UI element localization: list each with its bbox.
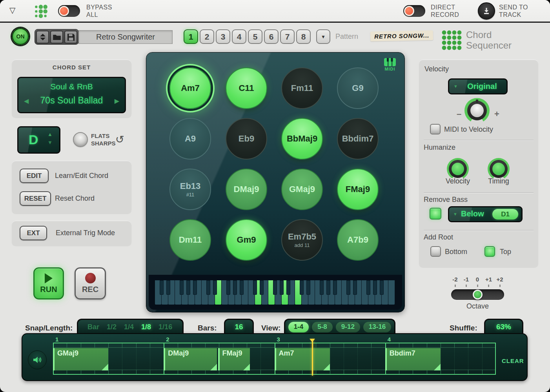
piano-key-black-26[interactable]	[333, 280, 337, 295]
remove-bass-note[interactable]: D1	[492, 209, 518, 220]
preset-prev-next-stepper[interactable]	[36, 31, 49, 44]
piano-key-black-10[interactable]	[226, 280, 230, 295]
pattern-button-5[interactable]: 5	[248, 29, 262, 44]
chord-pad-BbMaj9[interactable]: BbMaj9	[281, 118, 323, 160]
timeline-block-FMaj9[interactable]: FMaj9	[218, 348, 250, 370]
rec-button[interactable]: REC	[75, 267, 106, 299]
chord-pad-Dm11[interactable]: Dm11	[169, 219, 211, 261]
chord-pad-Bbdim7[interactable]: Bbdim7	[337, 118, 379, 160]
timeline-grid[interactable]: 1234GMaj9DMaj9FMaj9Am7Bbdim7	[53, 343, 496, 375]
remove-bass-checkbox[interactable]	[430, 208, 441, 220]
pattern-button-3[interactable]: 3	[216, 29, 230, 44]
run-button[interactable]: RUN	[33, 267, 64, 299]
save-preset-button[interactable]	[64, 31, 77, 44]
piano-key-black-14[interactable]	[253, 280, 257, 295]
chord-pad-Eb9[interactable]: Eb9	[226, 118, 267, 160]
add-root-top-checkbox[interactable]	[484, 246, 495, 257]
timeline-block-GMaj9[interactable]: GMaj9	[53, 348, 108, 370]
snap-option-1-4[interactable]: 1/4	[124, 323, 134, 331]
chord-pad-DMaj9[interactable]: DMaj9	[226, 169, 267, 210]
piano-key-black-28[interactable]	[346, 280, 350, 295]
piano-key-black-7[interactable]	[206, 280, 210, 295]
piano-key-black-32[interactable]	[373, 280, 377, 295]
snap-option-1-16[interactable]: 1/16	[158, 323, 172, 331]
load-preset-button[interactable]	[50, 31, 63, 44]
on-button[interactable]: ON	[12, 28, 29, 45]
pattern-button-2[interactable]: 2	[200, 29, 214, 44]
piano-key-black-29[interactable]	[353, 280, 357, 295]
piano-key-black-4[interactable]	[186, 280, 190, 295]
piano-key-black-12[interactable]	[240, 280, 244, 295]
chord-pad-Gm9[interactable]: Gm9	[226, 219, 267, 261]
piano-key-black-3[interactable]	[180, 280, 184, 295]
pattern-button-6[interactable]: 6	[264, 29, 279, 44]
piano-key-black-15[interactable]	[260, 280, 264, 295]
remove-bass-dropdown[interactable]: ▼ Below D1	[448, 206, 523, 222]
key-up-arrow[interactable]: ▲	[47, 131, 53, 137]
piano-key-black-22[interactable]	[306, 280, 310, 295]
menu-chevron-icon[interactable]: ▽	[9, 5, 15, 15]
piano-key-black-5[interactable]	[193, 280, 197, 295]
edit-chord-button[interactable]: EDIT	[20, 169, 49, 183]
timeline-block-DMaj9[interactable]: DMaj9	[164, 348, 217, 370]
playhead[interactable]	[312, 339, 313, 376]
piano-key-black-0[interactable]	[160, 280, 164, 295]
pattern-button-4[interactable]: 4	[232, 29, 246, 44]
pattern-button-7[interactable]: 7	[280, 29, 295, 44]
shuffle-value-tab[interactable]: 63%	[484, 319, 523, 334]
octave-slider-thumb[interactable]	[473, 290, 483, 299]
chord-pad-Eb13[interactable]: Eb13#11	[169, 169, 211, 210]
chord-set-prev-arrow[interactable]: ◀	[24, 97, 29, 105]
flats-sharps-button[interactable]	[73, 132, 88, 147]
audition-button[interactable]	[28, 350, 47, 369]
velocity-knob[interactable]	[464, 98, 490, 123]
view-option-1-4[interactable]: 1-4	[288, 322, 309, 332]
piano-key-black-25[interactable]	[326, 280, 330, 295]
piano-key-black-19[interactable]	[286, 280, 290, 295]
chord-pad-G9[interactable]: G9	[337, 67, 379, 109]
pattern-button-8[interactable]: 8	[296, 29, 311, 44]
snap-option-Bar[interactable]: Bar	[87, 323, 99, 331]
bars-value-tab[interactable]: 16	[224, 319, 254, 334]
velocity-mode-dropdown[interactable]: ▼ Original	[448, 78, 508, 94]
clear-button[interactable]: CLEAR	[502, 358, 524, 364]
chord-pad-Em7b5[interactable]: Em7b5add 11	[281, 219, 323, 261]
key-selector[interactable]: D ▲ ▼	[17, 126, 60, 154]
piano-key-black-24[interactable]	[320, 280, 324, 295]
chord-pad-Fm11[interactable]: Fm11	[281, 67, 323, 109]
piano-key-black-18[interactable]	[280, 280, 284, 295]
add-root-bottom-checkbox[interactable]	[430, 246, 441, 257]
chord-set-display[interactable]: Soul & RnB 70s Soul Ballad ◀ ▶	[17, 77, 126, 113]
pattern-name-tag[interactable]: RETRO SONGW...	[370, 30, 433, 41]
bypass-all-toggle[interactable]	[58, 5, 80, 17]
midi-to-velocity-checkbox[interactable]	[430, 124, 441, 134]
timeline-block-Am7[interactable]: Am7	[275, 348, 330, 370]
snap-option-1-8[interactable]: 1/8	[141, 323, 151, 331]
chord-pad-FMaj9[interactable]: FMaj9	[337, 169, 379, 210]
piano-key-black-1[interactable]	[166, 280, 170, 295]
timeline-block-Bbdim7[interactable]: Bbdim7	[385, 348, 441, 370]
send-to-track-button[interactable]	[478, 2, 495, 20]
piano-key-white-35[interactable]	[388, 280, 395, 305]
humanize-velocity-knob[interactable]	[447, 158, 469, 180]
piano-key-black-17[interactable]	[273, 280, 277, 295]
preset-name-field[interactable]: Retro Songwriter	[78, 30, 173, 44]
piano-key-black-11[interactable]	[233, 280, 237, 295]
chord-pad-A9[interactable]: A9	[169, 118, 211, 160]
piano-key-black-8[interactable]	[213, 280, 217, 295]
humanize-timing-knob[interactable]	[488, 158, 510, 180]
piano-key-black-21[interactable]	[300, 280, 304, 295]
snap-option-1-2[interactable]: 1/2	[107, 323, 117, 331]
chord-pad-Am7[interactable]: Am7	[169, 67, 211, 109]
chord-pad-A7b9[interactable]: A7b9	[337, 219, 379, 261]
chord-pad-GMaj9[interactable]: GMaj9	[281, 169, 323, 210]
chord-pad-C11[interactable]: C11	[226, 67, 267, 109]
view-option-9-12[interactable]: 9-12	[336, 322, 360, 332]
view-option-5-8[interactable]: 5-8	[312, 322, 333, 332]
view-option-13-16[interactable]: 13-16	[363, 322, 391, 332]
external-trig-button[interactable]: EXT	[20, 226, 47, 240]
piano-key-black-33[interactable]	[380, 280, 384, 295]
chord-set-next-arrow[interactable]: ▶	[115, 97, 119, 105]
key-down-arrow[interactable]: ▼	[47, 140, 53, 145]
pattern-button-1[interactable]: 1	[184, 29, 198, 44]
